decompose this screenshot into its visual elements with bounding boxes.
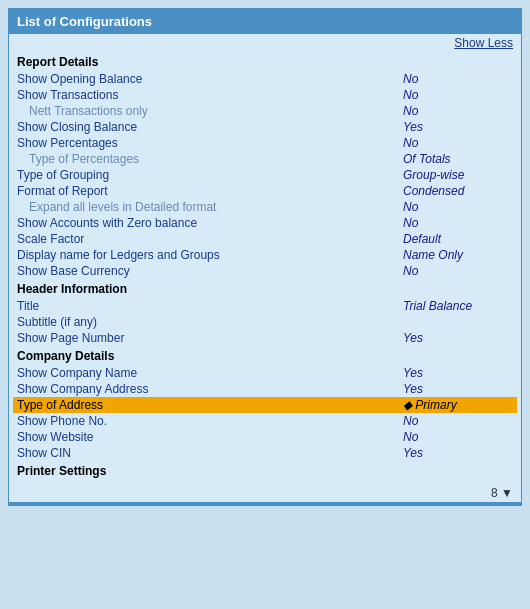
row-label-2-0: Show Company Name xyxy=(17,366,403,380)
row-label-0-3: Show Closing Balance xyxy=(17,120,403,134)
config-row-0-4: Show PercentagesNo xyxy=(13,135,517,151)
row-label-1-2: Show Page Number xyxy=(17,331,403,345)
row-label-0-8: Expand all levels in Detailed format xyxy=(29,200,403,214)
config-row-0-3: Show Closing BalanceYes xyxy=(13,119,517,135)
row-value-0-9: No xyxy=(403,216,513,230)
config-row-1-2: Show Page NumberYes xyxy=(13,330,517,346)
row-label-0-12: Show Base Currency xyxy=(17,264,403,278)
row-value-0-12: No xyxy=(403,264,513,278)
section-header-0: Report Details xyxy=(13,52,517,71)
show-less-row: Show Less xyxy=(9,34,521,52)
row-label-2-3: Show Phone No. xyxy=(17,414,403,428)
row-label-0-7: Format of Report xyxy=(17,184,403,198)
show-less-link[interactable]: Show Less xyxy=(454,36,513,50)
config-row-2-4: Show WebsiteNo xyxy=(13,429,517,445)
row-value-1-2: Yes xyxy=(403,331,513,345)
row-value-0-2: No xyxy=(403,104,513,118)
row-label-2-2: Type of Address xyxy=(17,398,403,412)
section-header-3: Printer Settings xyxy=(13,461,517,480)
row-label-1-0: Title xyxy=(17,299,403,313)
page-number: 8 ▼ xyxy=(491,486,513,500)
config-row-2-3: Show Phone No.No xyxy=(13,413,517,429)
config-row-0-0: Show Opening BalanceNo xyxy=(13,71,517,87)
window: List of Configurations Show Less Report … xyxy=(8,8,522,506)
row-value-0-11: Name Only xyxy=(403,248,513,262)
section-header-1: Header Information xyxy=(13,279,517,298)
config-row-0-6: Type of GroupingGroup-wise xyxy=(13,167,517,183)
config-row-0-11: Display name for Ledgers and GroupsName … xyxy=(13,247,517,263)
row-label-0-1: Show Transactions xyxy=(17,88,403,102)
row-label-2-1: Show Company Address xyxy=(17,382,403,396)
row-value-0-7: Condensed xyxy=(403,184,513,198)
row-value-0-3: Yes xyxy=(403,120,513,134)
row-value-2-2: ◆ Primary xyxy=(403,398,513,412)
row-value-1-0: Trial Balance xyxy=(403,299,513,313)
section-header-2: Company Details xyxy=(13,346,517,365)
footer: 8 ▼ xyxy=(9,484,521,502)
config-row-2-1: Show Company AddressYes xyxy=(13,381,517,397)
row-value-0-0: No xyxy=(403,72,513,86)
row-value-0-1: No xyxy=(403,88,513,102)
row-value-0-8: No xyxy=(403,200,513,214)
row-value-0-4: No xyxy=(403,136,513,150)
config-row-1-0: TitleTrial Balance xyxy=(13,298,517,314)
config-row-2-2[interactable]: Type of Address◆ Primary xyxy=(13,397,517,413)
config-row-0-8: Expand all levels in Detailed formatNo xyxy=(13,199,517,215)
config-row-0-1: Show TransactionsNo xyxy=(13,87,517,103)
config-row-0-12: Show Base CurrencyNo xyxy=(13,263,517,279)
row-value-0-5: Of Totals xyxy=(403,152,513,166)
window-title: List of Configurations xyxy=(17,14,152,29)
row-label-0-2: Nett Transactions only xyxy=(29,104,403,118)
content: Report DetailsShow Opening BalanceNoShow… xyxy=(9,52,521,484)
row-value-0-10: Default xyxy=(403,232,513,246)
row-value-2-0: Yes xyxy=(403,366,513,380)
row-label-0-9: Show Accounts with Zero balance xyxy=(17,216,403,230)
row-label-2-5: Show CIN xyxy=(17,446,403,460)
row-label-0-4: Show Percentages xyxy=(17,136,403,150)
config-row-0-10: Scale FactorDefault xyxy=(13,231,517,247)
row-value-2-5: Yes xyxy=(403,446,513,460)
config-row-2-0: Show Company NameYes xyxy=(13,365,517,381)
row-label-2-4: Show Website xyxy=(17,430,403,444)
row-label-1-1: Subtitle (if any) xyxy=(17,315,403,329)
row-value-2-1: Yes xyxy=(403,382,513,396)
row-value-2-4: No xyxy=(403,430,513,444)
config-row-2-5: Show CINYes xyxy=(13,445,517,461)
row-value-0-6: Group-wise xyxy=(403,168,513,182)
row-label-0-11: Display name for Ledgers and Groups xyxy=(17,248,403,262)
config-row-1-1: Subtitle (if any) xyxy=(13,314,517,330)
bottom-border xyxy=(9,502,521,505)
row-label-0-0: Show Opening Balance xyxy=(17,72,403,86)
config-row-0-9: Show Accounts with Zero balanceNo xyxy=(13,215,517,231)
config-row-0-2: Nett Transactions onlyNo xyxy=(13,103,517,119)
row-label-0-5: Type of Percentages xyxy=(29,152,403,166)
row-value-2-3: No xyxy=(403,414,513,428)
title-bar: List of Configurations xyxy=(9,9,521,34)
row-label-0-10: Scale Factor xyxy=(17,232,403,246)
row-label-0-6: Type of Grouping xyxy=(17,168,403,182)
config-row-0-7: Format of ReportCondensed xyxy=(13,183,517,199)
config-row-0-5: Type of PercentagesOf Totals xyxy=(13,151,517,167)
